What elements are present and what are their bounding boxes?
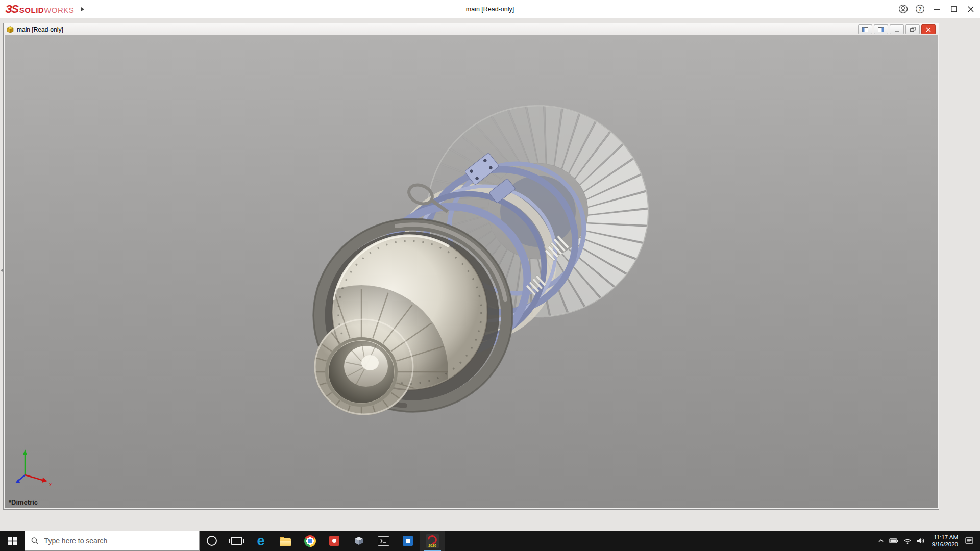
battery-icon — [889, 537, 899, 544]
jet-engine-model: x — [5, 35, 938, 508]
cortana-button[interactable] — [200, 531, 224, 551]
windows-taskbar: e 2020 — [0, 531, 980, 551]
speaker-icon — [917, 537, 925, 544]
document-restore-button[interactable] — [905, 24, 920, 34]
solidworks-logo: ЗS SOLID WORKS — [0, 3, 74, 16]
help-icon: ? — [915, 4, 925, 14]
solidworks-app-icon: 2020 — [426, 534, 439, 548]
solidworks-year-badge: 2020 — [426, 544, 439, 547]
help-button[interactable]: ? — [912, 0, 928, 18]
tray-overflow-button[interactable] — [874, 531, 888, 551]
document-close-button[interactable] — [921, 24, 936, 34]
folder-icon — [280, 538, 291, 546]
show-left-pane-button[interactable] — [858, 24, 872, 34]
solidworks-logo-mark: ЗS — [5, 3, 18, 16]
document-minimize-icon — [894, 27, 899, 32]
cube-app-button[interactable] — [347, 531, 371, 551]
blue-app-icon — [403, 536, 413, 546]
graphics-viewport[interactable]: x *Dimetric — [5, 35, 938, 508]
battery-status[interactable] — [888, 531, 901, 551]
orientation-triad[interactable]: x — [15, 449, 52, 487]
left-pane-icon — [862, 27, 868, 32]
taskbar-search[interactable] — [24, 531, 200, 551]
svg-text:x: x — [49, 482, 52, 487]
document-title: main [Read-only] — [17, 26, 63, 33]
menu-expander-icon[interactable] — [81, 7, 84, 11]
blue-app-button[interactable] — [396, 531, 420, 551]
document-window: main [Read-only] — [3, 23, 939, 510]
document-restore-icon — [910, 27, 916, 32]
clock-date: 9/16/2020 — [932, 541, 958, 548]
close-icon — [968, 6, 974, 12]
show-right-pane-button[interactable] — [874, 24, 888, 34]
account-icon — [898, 4, 908, 14]
start-button[interactable] — [0, 531, 24, 551]
cortana-icon — [207, 536, 217, 546]
app-window-controls: ? — [895, 0, 979, 18]
red-app-button[interactable] — [322, 531, 347, 551]
view-orientation-label: *Dimetric — [9, 498, 38, 506]
windows-logo-icon — [8, 537, 17, 545]
app-client-area: main [Read-only] — [0, 18, 980, 531]
document-window-controls — [858, 24, 937, 34]
edge-icon: e — [257, 534, 264, 548]
system-tray: 11:17 AM 9/16/2020 — [874, 531, 980, 551]
network-status[interactable] — [901, 531, 914, 551]
solidworks-logo-works: WORKS — [44, 6, 74, 14]
clock-time: 11:17 AM — [932, 534, 958, 541]
search-icon — [31, 537, 39, 545]
minimize-button[interactable] — [928, 0, 945, 18]
document-titlebar: main [Read-only] — [4, 23, 939, 35]
search-input[interactable] — [43, 536, 193, 545]
file-explorer-button[interactable] — [273, 531, 298, 551]
chrome-button[interactable] — [298, 531, 322, 551]
chevron-up-icon — [878, 539, 884, 543]
terminal-icon — [378, 536, 389, 546]
action-center-icon — [965, 537, 974, 545]
solidworks-logo-solid: SOLID — [19, 6, 44, 14]
red-app-icon — [329, 536, 339, 546]
task-view-button[interactable] — [224, 531, 249, 551]
app-titlebar: ЗS SOLID WORKS main [Read-only] ? — [0, 0, 980, 18]
svg-text:?: ? — [918, 6, 921, 12]
volume-status[interactable] — [914, 531, 927, 551]
right-pane-icon — [878, 27, 884, 32]
terminal-button[interactable] — [371, 531, 396, 551]
edge-button[interactable]: e — [249, 531, 273, 551]
maximize-button[interactable] — [945, 0, 962, 18]
app-window-title: main [Read-only] — [466, 6, 514, 13]
wifi-icon — [903, 537, 912, 544]
minimize-icon — [934, 6, 940, 12]
chrome-icon — [304, 535, 316, 547]
cube-app-icon — [354, 536, 364, 546]
document-minimize-button[interactable] — [890, 24, 904, 34]
task-view-icon — [231, 537, 242, 545]
close-button[interactable] — [962, 0, 979, 18]
taskbar-clock[interactable]: 11:17 AM 9/16/2020 — [927, 534, 963, 548]
account-button[interactable] — [895, 0, 912, 18]
document-close-icon — [926, 27, 931, 32]
maximize-icon — [951, 6, 957, 12]
assembly-cube-icon — [7, 26, 14, 33]
solidworks-2020-button[interactable]: 2020 — [420, 531, 445, 551]
action-center-button[interactable] — [963, 531, 976, 551]
